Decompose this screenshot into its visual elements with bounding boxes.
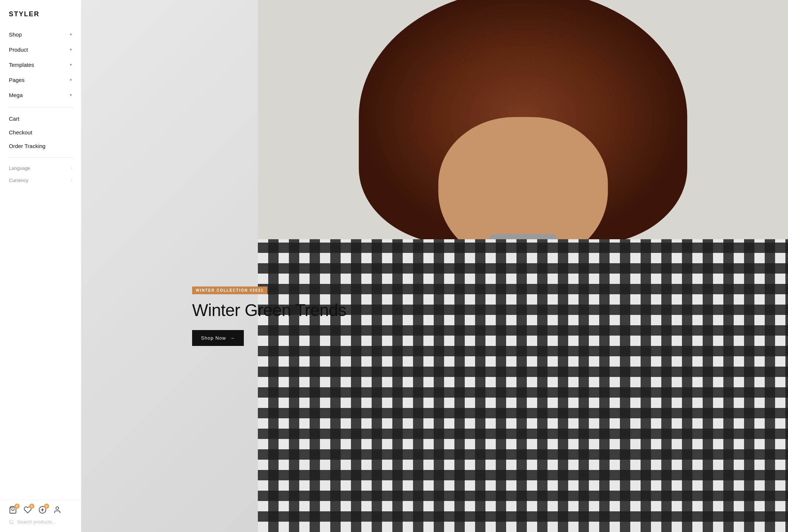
sidebar-footer: 0 1 0 [0, 500, 81, 532]
wishlist-button[interactable]: 1 [24, 506, 32, 514]
user-icon [53, 506, 61, 514]
main-content: WINTER COLLECTION #2021 Winter Green Tre… [81, 0, 788, 532]
sidebar-item-currency[interactable]: Currency › [0, 174, 81, 186]
user-button[interactable] [53, 506, 61, 514]
sidebar: STYLER Shop ▾ Product ▾ Templates ▾ Page… [0, 0, 81, 532]
svg-line-6 [13, 523, 14, 524]
sidebar-item-mega[interactable]: Mega ▾ [0, 87, 81, 103]
main-nav: Shop ▾ Product ▾ Templates ▾ Pages ▾ Meg… [0, 27, 81, 500]
sidebar-item-label: Mega [9, 92, 23, 98]
chevron-down-icon: ▾ [70, 78, 72, 82]
chevron-right-icon: › [71, 166, 72, 170]
nav-divider [7, 107, 74, 107]
sidebar-item-label: Shop [9, 31, 22, 38]
compare-button[interactable]: 0 [38, 506, 47, 514]
sidebar-item-label: Product [9, 47, 28, 53]
cart-button[interactable]: 0 [9, 506, 17, 514]
svg-point-5 [10, 520, 13, 523]
nav-divider-2 [7, 157, 74, 158]
chevron-down-icon: ▾ [70, 47, 72, 52]
search-icon [9, 519, 14, 525]
sidebar-item-cart[interactable]: Cart [0, 112, 81, 126]
sidebar-item-label: Templates [9, 62, 34, 68]
sidebar-item-language[interactable]: Language › [0, 162, 81, 174]
arrow-icon: → [230, 335, 235, 341]
chevron-down-icon: ▾ [70, 32, 72, 37]
sidebar-item-label: Checkout [9, 129, 32, 135]
sidebar-item-label: Order Tracking [9, 143, 45, 149]
hero-background: WINTER COLLECTION #2021 Winter Green Tre… [81, 0, 788, 532]
secondary-nav: Language › Currency › [0, 162, 81, 189]
sidebar-item-shop[interactable]: Shop ▾ [0, 27, 81, 42]
hero-badge: WINTER COLLECTION #2021 [192, 286, 267, 294]
shop-now-label: Shop Now [201, 335, 226, 341]
model-background [258, 0, 788, 532]
svg-point-4 [56, 507, 58, 509]
shirt-pattern [258, 239, 788, 532]
sidebar-item-label: Currency [9, 178, 28, 183]
shop-now-button[interactable]: Shop Now → [192, 330, 244, 346]
cart-badge: 0 [14, 504, 20, 509]
sidebar-icon-bar: 0 1 0 [9, 506, 72, 514]
sidebar-item-label: Cart [9, 116, 19, 122]
compare-badge: 0 [44, 504, 49, 509]
sidebar-item-label: Pages [9, 77, 25, 83]
search-input[interactable] [17, 519, 69, 525]
sidebar-item-product[interactable]: Product ▾ [0, 42, 81, 57]
hero-title: Winter Green Trends [192, 301, 346, 320]
sidebar-item-label: Language [9, 165, 30, 171]
hero-content: WINTER COLLECTION #2021 Winter Green Tre… [192, 286, 346, 346]
search-bar[interactable] [9, 519, 72, 525]
sidebar-item-order-tracking[interactable]: Order Tracking [0, 139, 81, 153]
sidebar-item-templates[interactable]: Templates ▾ [0, 57, 81, 72]
site-logo: STYLER [0, 0, 81, 27]
chevron-down-icon: ▾ [70, 93, 72, 97]
chevron-right-icon: › [71, 178, 72, 182]
model-image [258, 0, 788, 532]
wishlist-badge: 1 [29, 504, 34, 509]
sidebar-item-pages[interactable]: Pages ▾ [0, 72, 81, 87]
chevron-down-icon: ▾ [70, 62, 72, 67]
sidebar-item-checkout[interactable]: Checkout [0, 126, 81, 139]
